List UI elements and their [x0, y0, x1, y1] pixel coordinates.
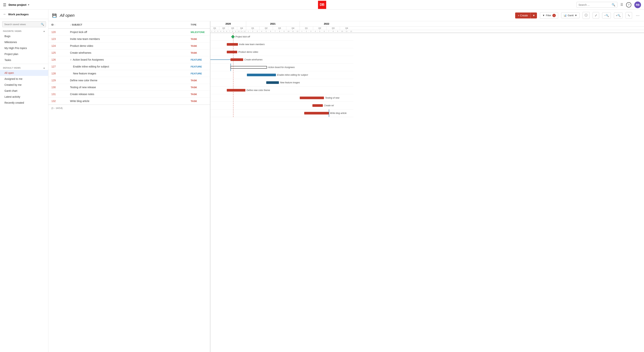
gantt-label: Gantt: [568, 14, 574, 17]
row-125-subject[interactable]: Create wireframes: [67, 49, 188, 56]
row-131-subject[interactable]: Create release notes: [67, 91, 188, 97]
zoom-out-button[interactable]: −🔍: [602, 13, 611, 19]
row-128-subject[interactable]: New feature images: [67, 70, 188, 77]
sidebar-item-bugs[interactable]: Bugs: [0, 33, 48, 39]
gantt-quarter-row: Q1 Q2 Q3 Q4 Q1 Q2 Q3 Q4 Q1 Q2 Q3 Q4: [210, 27, 644, 30]
gantt-row-123: Invite new team members: [210, 41, 353, 48]
row-127-subject[interactable]: Enable inline editing for subject: [67, 63, 188, 70]
gantt-row-124: Product demo video: [210, 48, 353, 56]
col-type-label: TYPE: [191, 24, 196, 26]
row-131-id[interactable]: 131: [48, 91, 67, 97]
gantt-year-2020: 2020: [210, 21, 246, 26]
help-icon[interactable]: ?: [626, 2, 631, 8]
gantt-bar-125: [230, 58, 243, 61]
sidebar-item-assigned-to-me[interactable]: Assigned to me: [0, 76, 48, 82]
more-options-button[interactable]: ⋯: [635, 13, 640, 18]
row-120-id[interactable]: 120: [48, 29, 67, 35]
col-header-subject[interactable]: ↕ SUBJECT: [67, 21, 188, 28]
favorite-views-label: FAVORITE VIEWS: [3, 30, 22, 32]
collapse-icon-126[interactable]: ∨: [70, 58, 72, 61]
create-button-group: + Create ▼: [515, 13, 537, 19]
gantt-row-130: Testing of new: [210, 94, 353, 102]
sidebar-title: Work packages: [8, 13, 29, 16]
sidebar-item-project-plan[interactable]: Project plan: [0, 51, 48, 57]
fullscreen-button[interactable]: ⤢: [592, 12, 599, 19]
row-125-type: TASK: [188, 50, 210, 56]
hamburger-menu-icon[interactable]: ☰: [3, 3, 6, 7]
favorite-views-section-header[interactable]: FAVORITE VIEWS ▲: [0, 28, 48, 33]
col-header-id[interactable]: ID ↑: [48, 21, 67, 28]
row-124-type: TASK: [188, 43, 210, 49]
sidebar-item-recently-created[interactable]: Recently created: [0, 100, 48, 106]
col-header-type[interactable]: TYPE: [188, 21, 210, 28]
sidebar-item-created-by-me[interactable]: Created by me: [0, 82, 48, 88]
milestone-120-icon: [231, 35, 235, 39]
sidebar-item-milestones[interactable]: Milestones: [0, 39, 48, 45]
gantt-chart-area[interactable]: 2020 2021 2022 Q1 Q2 Q3 Q4 Q1 Q2 Q3 Q4: [210, 21, 644, 352]
search-saved-views-icon: 🔍: [41, 23, 44, 26]
default-views-section-header[interactable]: DEFAULT VIEWS ▲: [0, 65, 48, 70]
row-125-id[interactable]: 125: [48, 49, 67, 56]
gantt-bar-126: [230, 66, 267, 69]
sidebar-item-all-open[interactable]: All open: [0, 70, 48, 76]
filter-button[interactable]: ▼ Filter 1: [540, 12, 558, 19]
table-header: ID ↑ ↕ SUBJECT TYPE: [48, 21, 210, 29]
row-132-id[interactable]: 132: [48, 98, 67, 104]
sidebar-header: ← Work packages: [0, 10, 48, 19]
gantt-bar-127: [247, 74, 276, 76]
sidebar-item-latest-activity[interactable]: Latest activity: [0, 94, 48, 100]
table-row: 130 Testing of new release TASK: [48, 84, 210, 91]
row-130-subject[interactable]: Testing of new release: [67, 84, 188, 91]
zoom-in-button[interactable]: +🔍: [614, 13, 622, 19]
gantt-button[interactable]: 📊 Gantt ▼: [561, 13, 580, 18]
gantt-row-126: Action board for Assignees: [210, 64, 353, 71]
row-130-id[interactable]: 130: [48, 84, 67, 91]
user-avatar[interactable]: RB: [634, 2, 641, 8]
project-title[interactable]: Demo project ▼: [8, 3, 30, 6]
global-search-box[interactable]: 🔍: [576, 2, 618, 8]
gantt-year-row: 2020 2021 2022: [210, 21, 644, 27]
col-id-label: ID: [52, 24, 54, 26]
row-129-subject[interactable]: Define new color theme: [67, 77, 188, 84]
info-button[interactable]: ⓘ: [582, 12, 590, 19]
gantt-row-131: Create rel: [210, 102, 353, 109]
create-main-button[interactable]: + Create: [515, 13, 530, 19]
col-subject-sort-icon: ↕: [70, 24, 71, 26]
table-row: 120 Project kick-off MILESTONE: [48, 29, 210, 36]
row-129-id[interactable]: 129: [48, 77, 67, 84]
table-gantt-container: ID ↑ ↕ SUBJECT TYPE 120 Project kick-off: [48, 21, 644, 352]
gantt-row-127: Enable inline editing for subject: [210, 71, 353, 79]
row-132-type: TASK: [188, 98, 210, 104]
row-126-id[interactable]: 126: [48, 56, 67, 63]
page-title: All open: [60, 13, 75, 18]
row-132-subject[interactable]: Write blog article: [67, 98, 188, 104]
gantt-bar-132: [304, 112, 329, 114]
gantt-bar-131: [312, 104, 323, 107]
sidebar-item-my-high-prio[interactable]: My High Prio topics: [0, 45, 48, 51]
search-saved-views-box[interactable]: 🔍: [2, 21, 46, 27]
row-123-subject[interactable]: Invite new team members: [67, 36, 188, 42]
work-packages-table: ID ↑ ↕ SUBJECT TYPE 120 Project kick-off: [48, 21, 210, 352]
gantt-bar-123: [227, 43, 238, 46]
back-arrow-icon[interactable]: ←: [3, 12, 6, 16]
row-124-subject[interactable]: Product demo video: [67, 43, 188, 49]
project-name-label: Demo project: [8, 3, 26, 6]
row-123-id[interactable]: 123: [48, 36, 67, 42]
row-127-id[interactable]: 127: [48, 63, 67, 70]
create-dropdown-button[interactable]: ▼: [530, 13, 537, 19]
row-120-subject[interactable]: Project kick-off: [67, 29, 188, 35]
project-dropdown-icon: ▼: [28, 4, 30, 6]
row-124-id[interactable]: 124: [48, 43, 67, 49]
fit-screen-button[interactable]: ⤡: [626, 12, 632, 19]
sidebar-item-gantt-chart[interactable]: Gantt chart: [0, 88, 48, 94]
global-search-input[interactable]: [578, 3, 610, 6]
gantt-row-129: Define new color theme: [210, 87, 353, 94]
row-126-subject[interactable]: ∨ Action board for Assignees: [67, 56, 188, 63]
sidebar-item-tasks[interactable]: Tasks: [0, 57, 48, 63]
gantt-rows-container: Project kick-off Invite new team members…: [210, 33, 353, 117]
row-128-id[interactable]: 128: [48, 70, 67, 77]
save-view-icon[interactable]: 💾: [52, 13, 57, 18]
search-saved-views-input[interactable]: [4, 23, 39, 26]
apps-grid-icon[interactable]: ⠿: [620, 3, 623, 7]
gantt-bar-128: [266, 81, 279, 84]
